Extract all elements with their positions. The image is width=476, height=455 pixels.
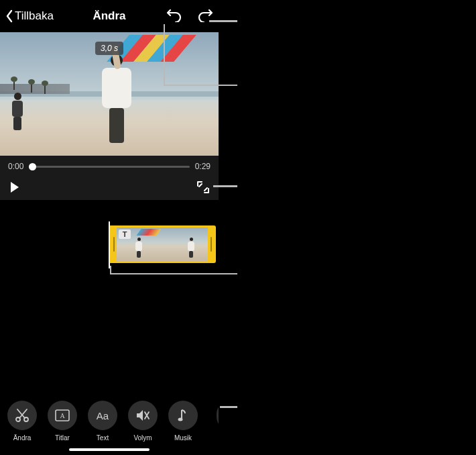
app-screen: Tillbaka Ändra 3,0 s 0:00 — [0, 0, 219, 455]
undo-button[interactable] — [166, 7, 182, 25]
callout-line — [110, 273, 237, 274]
tool-text[interactable]: Aa Text — [87, 401, 118, 442]
clip-duration-badge: 3,0 s — [95, 42, 123, 55]
tool-titles-label: Titlar — [55, 434, 70, 442]
mute-icon — [128, 401, 158, 430]
scene-tree — [27, 79, 36, 93]
tool-partial-label: Ber — [218, 434, 219, 442]
undo-redo-group — [166, 7, 213, 25]
screen-title: Ändra — [93, 9, 125, 23]
tool-partial[interactable]: Ber — [208, 401, 219, 442]
scrub-bar: 0:00 0:29 — [0, 156, 219, 177]
fullscreen-button[interactable] — [197, 181, 209, 196]
scene-tree — [40, 81, 50, 94]
clip-title-indicator: T — [119, 230, 131, 239]
callout-line — [213, 185, 237, 187]
tool-edit[interactable]: Ändra — [7, 401, 38, 442]
play-icon — [9, 181, 20, 193]
top-bar: Tillbaka Ändra — [0, 0, 219, 32]
back-button[interactable]: Tillbaka — [5, 9, 54, 23]
redo-button[interactable] — [197, 7, 213, 25]
scrub-playhead[interactable] — [29, 163, 36, 170]
callout-line — [209, 20, 237, 22]
timeline-clip[interactable]: T — [109, 225, 216, 263]
titles-icon: A — [48, 401, 77, 430]
scene-person-child — [9, 93, 26, 133]
callout-line — [164, 24, 165, 85]
svg-point-4 — [178, 418, 183, 421]
play-button[interactable] — [9, 181, 20, 196]
svg-text:A: A — [60, 412, 65, 419]
clip-trim-handle-right[interactable] — [208, 228, 214, 261]
chevron-left-icon — [5, 9, 13, 23]
video-viewer[interactable]: 3,0 s — [0, 32, 219, 156]
music-icon — [168, 401, 198, 430]
clip-trim-handle-left[interactable] — [111, 228, 117, 261]
scene-person-main — [101, 54, 133, 148]
playback-row — [0, 177, 219, 200]
timeline[interactable]: T — [0, 225, 219, 274]
scissors-icon — [7, 401, 37, 430]
time-start-label: 0:00 — [8, 162, 23, 171]
tool-music[interactable]: Musik — [168, 401, 198, 442]
tool-text-label: Text — [97, 434, 109, 442]
home-indicator[interactable] — [69, 448, 150, 451]
tool-volume-label: Volym — [133, 434, 152, 442]
tool-music-label: Musik — [174, 434, 192, 442]
partial-icon — [217, 401, 219, 430]
undo-icon — [166, 7, 182, 22]
bottom-toolbar: Ändra A Titlar Aa Text Volym Musik — [0, 401, 219, 442]
scrub-track[interactable] — [29, 166, 189, 168]
tool-edit-label: Ändra — [13, 434, 32, 442]
callout-line — [220, 406, 237, 408]
expand-icon — [197, 181, 209, 193]
callout-line — [164, 85, 237, 86]
scene-tree — [9, 77, 19, 90]
tool-volume[interactable]: Volym — [127, 401, 158, 442]
text-icon: Aa — [88, 401, 117, 430]
clip-thumbnail — [162, 228, 208, 261]
timeline-playhead[interactable] — [109, 221, 110, 268]
time-end-label: 0:29 — [195, 162, 211, 171]
tool-titles[interactable]: A Titlar — [47, 401, 78, 442]
back-label: Tillbaka — [15, 9, 54, 23]
